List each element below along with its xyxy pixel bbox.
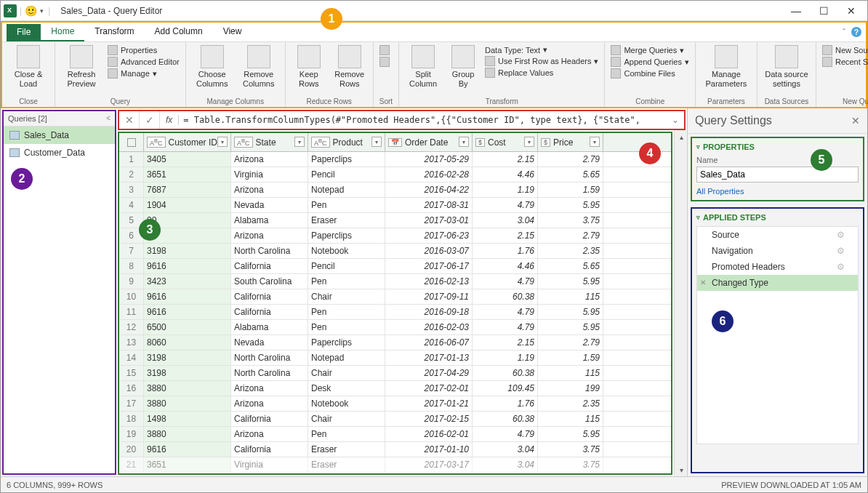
cell-product[interactable]: Desk xyxy=(308,381,385,396)
cell-product[interactable]: Eraser xyxy=(308,213,385,228)
delete-step-icon[interactable]: ✕ xyxy=(700,278,706,286)
cell-order-date[interactable]: 2016-02-13 xyxy=(385,274,473,289)
cell-state[interactable]: Arizona xyxy=(231,427,308,441)
cell-state[interactable]: Nevada xyxy=(231,198,308,212)
cell-product[interactable]: Notepad xyxy=(308,350,385,365)
table-row[interactable]: 126500AlabamaPen2016-02-034.795.95 xyxy=(119,320,671,335)
cell-product[interactable]: Paperclips xyxy=(308,152,385,167)
cell-product[interactable]: Notepad xyxy=(308,183,385,197)
cell-state[interactable]: Nevada xyxy=(231,335,308,350)
cell-price[interactable]: 115 xyxy=(538,412,603,426)
gear-icon[interactable]: ⚙ xyxy=(837,246,845,256)
cell-customer-id[interactable]: 3198 xyxy=(144,350,231,365)
keep-rows-button[interactable]: Keep Rows xyxy=(292,45,326,89)
cell-cost[interactable]: 2.15 xyxy=(473,335,538,350)
table-row[interactable]: 138060NevadaPaperclips2016-06-072.152.79 xyxy=(119,335,671,350)
cell-order-date[interactable]: 2017-04-29 xyxy=(385,366,473,380)
cell-cost[interactable]: 1.76 xyxy=(473,396,538,411)
cell-state[interactable]: California xyxy=(231,289,308,304)
table-row[interactable]: 119616CaliforniaPen2016-09-184.795.95 xyxy=(119,305,671,320)
advanced-editor-button[interactable]: Advanced Editor xyxy=(108,57,180,67)
cell-customer-id[interactable]: 3880 xyxy=(144,396,231,411)
table-row[interactable]: 153198North CarolinaChair2017-04-2960.38… xyxy=(119,366,671,381)
cell-state[interactable]: Arizona xyxy=(231,183,308,197)
cell-product[interactable]: Pen xyxy=(308,320,385,334)
cell-state[interactable]: Virginia xyxy=(231,457,308,472)
cell-state[interactable]: Virginia xyxy=(231,167,308,182)
vertical-scrollbar[interactable]: ▴ ▾ xyxy=(674,130,687,476)
cell-price[interactable]: 1.59 xyxy=(538,350,603,365)
query-item-customer[interactable]: Customer_Data xyxy=(4,144,115,161)
table-row[interactable]: 89616CaliforniaPencil2017-06-174.465.65 xyxy=(119,259,671,274)
cell-order-date[interactable]: 2017-02-15 xyxy=(385,412,473,426)
applied-step[interactable]: Promoted Headers⚙ xyxy=(697,259,858,275)
cell-order-date[interactable]: 2016-04-22 xyxy=(385,183,473,197)
cell-cost[interactable]: 4.79 xyxy=(473,198,538,212)
cell-product[interactable]: Notebook xyxy=(308,244,385,258)
cell-state[interactable]: South Carolina xyxy=(231,274,308,289)
table-row[interactable]: 500AlabamaEraser2017-03-013.043.75 xyxy=(119,213,671,228)
expand-formula-button[interactable]: ⌄ xyxy=(667,115,684,125)
cell-cost[interactable]: 4.79 xyxy=(473,274,538,289)
cell-cost[interactable]: 4.46 xyxy=(473,167,538,182)
all-properties-link[interactable]: All Properties xyxy=(696,187,859,196)
cell-order-date[interactable]: 2017-03-01 xyxy=(385,213,473,228)
cell-order-date[interactable]: 2016-02-28 xyxy=(385,167,473,182)
cell-cost[interactable]: 60.38 xyxy=(473,412,538,426)
cell-price[interactable]: 5.95 xyxy=(538,427,603,441)
cell-price[interactable]: 5.95 xyxy=(538,320,603,334)
accept-formula-button[interactable]: ✓ xyxy=(140,111,160,129)
cell-customer-id[interactable]: 1904 xyxy=(144,198,231,212)
cell-price[interactable]: 5.95 xyxy=(538,274,603,289)
scroll-up-button[interactable]: ▴ xyxy=(675,130,688,143)
cell-state[interactable]: California xyxy=(231,412,308,426)
cell-price[interactable]: 1.59 xyxy=(538,183,603,197)
cell-cost[interactable]: 109.45 xyxy=(473,381,538,396)
column-header-product[interactable]: ABCProduct▾ xyxy=(308,133,385,151)
table-row[interactable]: 143198North CarolinaNotepad2017-01-131.1… xyxy=(119,350,671,366)
cell-order-date[interactable]: 2016-03-07 xyxy=(385,244,473,258)
cell-order-date[interactable]: 2017-06-23 xyxy=(385,228,473,243)
cell-product[interactable]: Chair xyxy=(308,289,385,304)
tab-add-column[interactable]: Add Column xyxy=(145,23,213,41)
cell-customer-id[interactable]: 9616 xyxy=(144,305,231,319)
cell-customer-id[interactable]: 3880 xyxy=(144,381,231,396)
refresh-preview-button[interactable]: Refresh Preview xyxy=(61,45,102,89)
cell-product[interactable]: Eraser xyxy=(308,442,385,457)
cell-state[interactable]: North Carolina xyxy=(231,244,308,258)
tab-view[interactable]: View xyxy=(213,23,252,41)
cell-order-date[interactable]: 2017-01-10 xyxy=(385,442,473,457)
merge-queries-button[interactable]: Merge Queries ▾ xyxy=(611,45,689,55)
manage-parameters-button[interactable]: Manage Parameters xyxy=(702,45,751,89)
cell-product[interactable]: Pencil xyxy=(308,259,385,273)
table-body[interactable]: 13405ArizonaPaperclips2017-05-292.152.79… xyxy=(119,152,671,473)
cell-customer-id[interactable]: 9616 xyxy=(144,289,231,304)
cell-customer-id[interactable]: 3651 xyxy=(144,457,231,472)
applied-step[interactable]: ✕Changed Type xyxy=(697,275,858,291)
help-icon[interactable]: ? xyxy=(851,27,861,37)
cell-customer-id[interactable]: 7687 xyxy=(144,183,231,197)
sort-desc-button[interactable] xyxy=(379,57,390,67)
row-number-header[interactable] xyxy=(119,133,144,151)
cell-cost[interactable]: 4.46 xyxy=(473,259,538,273)
applied-step[interactable]: Source⚙ xyxy=(697,227,858,243)
cell-customer-id[interactable]: 3405 xyxy=(144,152,231,167)
group-by-button[interactable]: Group By xyxy=(447,45,479,89)
close-button[interactable]: ✕ xyxy=(845,5,857,17)
cell-state[interactable]: Alabama xyxy=(231,320,308,334)
table-row[interactable]: 23651VirginiaPencil2016-02-284.465.65 xyxy=(119,167,671,183)
filter-icon[interactable]: ▾ xyxy=(294,137,305,147)
cell-customer-id[interactable]: 3198 xyxy=(144,244,231,258)
cell-price[interactable]: 2.35 xyxy=(538,396,603,411)
cancel-formula-button[interactable]: ✕ xyxy=(119,111,140,129)
column-header-state[interactable]: ABCState▾ xyxy=(231,133,308,151)
query-name-input[interactable] xyxy=(696,167,859,183)
close-load-button[interactable]: Close & Load xyxy=(8,45,49,89)
cell-product[interactable]: Paperclips xyxy=(308,228,385,243)
sort-asc-button[interactable] xyxy=(379,45,390,55)
cell-cost[interactable]: 60.38 xyxy=(473,289,538,304)
table-row[interactable]: 193880ArizonaPen2016-02-014.795.95 xyxy=(119,427,671,442)
cell-price[interactable]: 2.79 xyxy=(538,228,603,243)
cell-state[interactable]: North Carolina xyxy=(231,366,308,380)
filter-icon[interactable]: ▾ xyxy=(524,137,534,147)
